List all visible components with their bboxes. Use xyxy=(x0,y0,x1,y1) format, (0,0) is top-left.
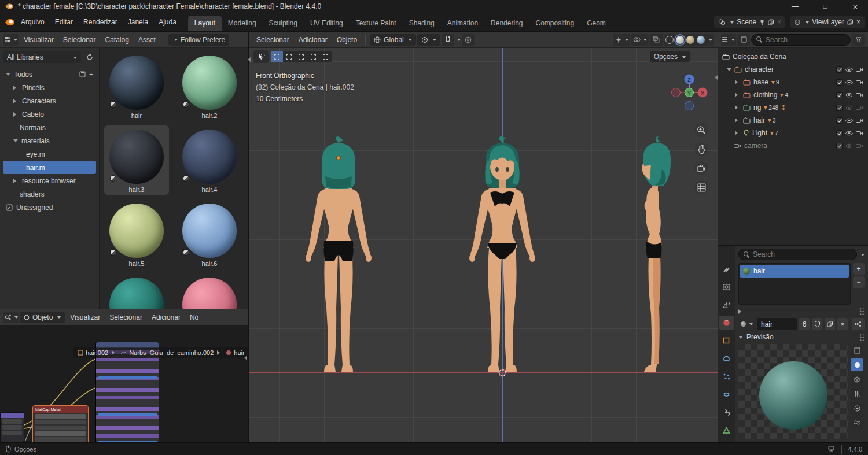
disable-render-icon[interactable] xyxy=(856,143,863,149)
properties-search-input[interactable] xyxy=(753,250,852,258)
exclude-checkbox[interactable] xyxy=(836,130,843,136)
workspace-tab-uv-editing[interactable]: UV Editing xyxy=(304,16,350,31)
expand-icon[interactable] xyxy=(735,80,740,84)
unlink-material-button[interactable]: × xyxy=(837,318,848,330)
copy-icon[interactable] xyxy=(847,19,854,25)
menu-objeto[interactable]: Objeto xyxy=(333,34,361,46)
catalog-item-materials[interactable]: materials xyxy=(3,134,96,147)
node-canvas[interactable]: MatCap Metal hair.002 Nurbs_Guia_de_cami… xyxy=(0,325,248,442)
character-front-view[interactable] xyxy=(453,135,551,385)
add-catalog-icon[interactable]: + xyxy=(89,71,93,79)
viewport-canvas[interactable]: Opções Front Orthographic (82) Coleção d… xyxy=(249,48,718,442)
editor-type-button[interactable] xyxy=(3,34,19,46)
preview-shaderball-button[interactable] xyxy=(851,402,863,415)
menu-arquivo[interactable]: Arquivo xyxy=(16,15,49,29)
remove-slot-button[interactable]: − xyxy=(853,276,865,288)
expand-icon[interactable] xyxy=(13,86,19,90)
properties-search[interactable] xyxy=(738,249,857,260)
workspace-tab-texture-paint[interactable]: Texture Paint xyxy=(350,16,403,31)
node-row[interactable] xyxy=(2,425,22,430)
expand-icon[interactable] xyxy=(735,105,740,110)
navigation-gizmo[interactable]: Z X Y xyxy=(669,72,709,113)
workspace-tab-sculpting[interactable]: Sculpting xyxy=(263,16,304,31)
material-slot-hair[interactable]: hair xyxy=(740,265,849,278)
unlink-scene-icon[interactable]: × xyxy=(777,18,781,26)
tab-modifiers[interactable] xyxy=(719,352,734,365)
new-material-button[interactable] xyxy=(825,318,835,330)
select-mode-intersect[interactable] xyxy=(319,51,332,62)
close-button[interactable]: × xyxy=(843,0,868,13)
catalog-item-normais[interactable]: Normais xyxy=(3,121,96,134)
node-row[interactable] xyxy=(2,431,22,435)
tab-scene[interactable] xyxy=(719,298,734,312)
menu-editar[interactable]: Editar xyxy=(50,15,78,29)
catalog-item-todos[interactable]: Todos + xyxy=(3,68,96,81)
preview-cloth-button[interactable] xyxy=(851,416,863,429)
node-value-slider[interactable] xyxy=(98,376,157,379)
outliner-search-input[interactable] xyxy=(766,36,845,44)
tab-object-data[interactable] xyxy=(719,423,734,437)
expand-icon[interactable] xyxy=(735,131,740,135)
asset-card-hair4[interactable]: hair.4 xyxy=(177,125,242,195)
select-mode-new[interactable] xyxy=(271,51,283,62)
node-row[interactable] xyxy=(35,437,86,442)
matcap-node[interactable]: MatCap Metal xyxy=(32,405,89,442)
menu-selecionar[interactable]: Selecionar xyxy=(59,34,100,46)
exclude-checkbox[interactable] xyxy=(836,79,843,86)
minimize-button[interactable]: — xyxy=(782,0,808,13)
shader-mode-selector[interactable]: Objeto xyxy=(20,312,65,323)
disable-render-icon[interactable] xyxy=(856,105,863,110)
workspace-tab-rendering[interactable]: Rendering xyxy=(484,16,529,31)
zoom-button[interactable] xyxy=(694,123,708,137)
collapse-icon[interactable] xyxy=(727,68,731,73)
shading-rendered-button[interactable] xyxy=(697,36,705,44)
outliner-row-rig[interactable]: rig 248 xyxy=(719,101,867,114)
catalog-item-cabelo[interactable]: Cabelo xyxy=(3,108,96,121)
filter-button[interactable] xyxy=(852,34,865,46)
expand-icon[interactable] xyxy=(13,112,19,117)
hide-eye-icon[interactable] xyxy=(845,80,853,85)
toggle-ortho-button[interactable] xyxy=(694,180,708,194)
shading-solid-button[interactable] xyxy=(676,36,684,44)
workspace-tab-shading[interactable]: Shading xyxy=(403,16,441,31)
menu-ajuda[interactable]: Ajuda xyxy=(154,15,181,29)
node-row[interactable] xyxy=(35,426,86,430)
shading-wireframe-button[interactable] xyxy=(665,36,674,44)
workspace-tab-animation[interactable]: Animation xyxy=(441,16,484,31)
snap-toggle[interactable] xyxy=(442,34,454,46)
disable-render-icon[interactable] xyxy=(856,67,863,72)
add-slot-button[interactable]: + xyxy=(853,263,865,275)
tab-tool[interactable] xyxy=(719,262,734,276)
material-name-field[interactable]: hair xyxy=(757,318,797,330)
breadcrumb-curve[interactable]: Nurbs_Guia_de_caminho.002 xyxy=(120,349,214,356)
drag-grip[interactable] xyxy=(859,334,865,341)
collapse-arrow[interactable] xyxy=(242,356,247,360)
node-header[interactable] xyxy=(1,413,24,418)
editor-type-button[interactable] xyxy=(3,312,19,323)
hide-eye-icon[interactable] xyxy=(845,67,853,72)
expand-icon[interactable] xyxy=(735,118,740,123)
tab-particles[interactable] xyxy=(719,369,734,383)
expand-icon[interactable] xyxy=(735,93,740,97)
exclude-checkbox[interactable] xyxy=(836,92,843,98)
preview-section-header[interactable]: Previsão xyxy=(738,333,865,341)
viewport-options-dropdown[interactable]: Opções xyxy=(650,51,690,62)
select-mode-extend[interactable] xyxy=(283,51,295,62)
catalog-item-shaders[interactable]: shaders xyxy=(3,187,96,201)
workspace-tab-compositing[interactable]: Compositing xyxy=(529,16,580,31)
drag-grip[interactable] xyxy=(859,308,865,315)
workspace-tab-modeling[interactable]: Modeling xyxy=(222,16,263,31)
node-material-toggle[interactable] xyxy=(852,318,865,330)
hide-eye-icon[interactable] xyxy=(845,143,853,149)
mapping-node[interactable] xyxy=(0,412,24,442)
collapse-arrow[interactable] xyxy=(712,75,718,80)
outliner-row-light[interactable]: Light 7 xyxy=(719,127,867,139)
catalog-item-hair-m[interactable]: hair.m xyxy=(3,161,96,174)
asset-card-partial-2[interactable] xyxy=(177,273,242,309)
remove-viewlayer-icon[interactable]: × xyxy=(856,18,860,26)
catalog-item-characters[interactable]: Characters xyxy=(3,94,96,108)
tab-constraints[interactable] xyxy=(719,405,734,419)
copy-icon[interactable] xyxy=(768,19,774,25)
exclude-checkbox[interactable] xyxy=(836,105,843,111)
outliner-row-character[interactable]: character xyxy=(719,63,867,76)
